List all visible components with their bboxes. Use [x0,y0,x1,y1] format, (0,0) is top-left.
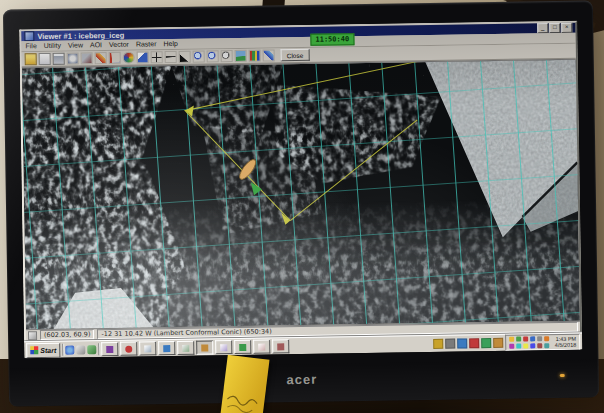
taskbar-tool-icon[interactable] [433,339,443,349]
blue-pen-icon[interactable] [263,49,275,61]
taskbar-window-button[interactable] [215,340,232,354]
close-button[interactable]: Close [281,49,310,61]
taskbar-separator-2 [98,343,99,355]
crosshair-icon[interactable] [151,51,163,63]
taskbar-separator [62,344,63,356]
windows-flag-icon [30,346,38,354]
menu-utility[interactable]: Utility [44,42,61,49]
menu-raster[interactable]: Raster [136,41,157,48]
tray-icon[interactable] [516,343,521,348]
taskbar-tool-icon[interactable] [445,339,455,349]
taskbar-window-button[interactable] [139,341,156,355]
menu-file[interactable]: File [25,42,36,49]
maximize-button[interactable]: □ [549,23,560,33]
taskbar-window-button[interactable] [253,340,270,354]
tray-icon[interactable] [523,343,528,348]
menu-view[interactable]: View [68,42,83,49]
sticky-note-scribble [221,355,270,413]
taskbar-window-button[interactable] [177,341,194,355]
tray-icon[interactable] [523,336,528,341]
tray-icon[interactable] [530,343,535,348]
quicklaunch-desktop-icon[interactable] [76,345,85,354]
viewer-window: Viewer #1 : iceberg_iceg _ □ × File Util… [19,21,582,343]
acer-logo: acer [286,372,317,387]
taskbar-window-button[interactable] [158,341,175,355]
printer-icon[interactable] [53,52,65,64]
quicklaunch-browser-icon[interactable] [65,345,74,354]
dash-line-icon[interactable] [165,51,177,63]
taskbar-window-button-active[interactable] [196,340,213,354]
stamp-icon[interactable] [81,52,93,64]
tray-clock[interactable]: 1:43 PM 4/5/2018 [552,336,577,348]
tray-icon[interactable] [544,336,549,341]
screen: Viewer #1 : iceberg_iceg _ □ × File Util… [19,21,582,359]
acer-monitor: Viewer #1 : iceberg_iceg _ □ × File Util… [3,0,599,406]
measure-icon[interactable] [109,52,121,64]
app-icon [24,31,34,41]
image-display-icon[interactable] [235,50,247,62]
tray-icon[interactable] [509,336,514,341]
status-mode-icon [28,331,37,340]
palette-icon[interactable] [123,51,135,63]
zoom-box-icon[interactable] [207,50,219,62]
start-button[interactable]: Start [26,342,60,358]
redisplay-icon[interactable] [67,52,79,64]
taskbar-window-button[interactable] [272,339,289,353]
system-tray: 1:43 PM 4/5/2018 [505,334,581,351]
close-window-button[interactable]: × [561,23,572,33]
sticky-note [221,355,270,413]
tray-icon[interactable] [509,343,514,348]
tray-icon[interactable] [530,336,535,341]
quicklaunch-app-icon[interactable] [87,345,96,354]
tray-icon[interactable] [537,336,542,341]
minimize-button[interactable]: _ [537,23,548,33]
overlay-clock: 11:50:40 [310,33,354,46]
arrow-tool-icon[interactable] [179,50,191,62]
tray-icon[interactable] [537,343,542,348]
select-pointer-icon[interactable] [137,51,149,63]
menu-vector[interactable]: Vector [109,41,129,48]
tray-icon[interactable] [516,336,521,341]
taskbar-tool-icon[interactable] [469,338,479,348]
cursor-position-readout: (602.03, 60.9) [40,329,95,340]
open-folder-icon[interactable] [25,53,37,65]
power-led[interactable] [560,374,565,377]
new-sheet-icon[interactable] [39,53,51,65]
clock-date: 4/5/2018 [555,342,577,348]
menu-help[interactable]: Help [163,40,178,47]
monitor-bezel-bottom: acer [8,351,599,406]
taskbar-tool-icon[interactable] [481,338,491,348]
band-chart-icon[interactable] [249,49,261,61]
zoom-out-icon[interactable] [221,50,233,62]
taskbar-window-button[interactable] [120,342,137,356]
taskbar-window-button[interactable] [234,340,251,354]
desk-photo-scene: Viewer #1 : iceberg_iceg _ □ × File Util… [0,0,604,413]
taskbar-tool-icon[interactable] [493,338,503,348]
map-canvas-area[interactable] [22,59,580,331]
pencil-icon[interactable] [95,52,107,64]
sar-ice-image[interactable] [22,60,580,330]
screen-glare-mid [22,60,580,330]
taskbar-tool-icon[interactable] [457,338,467,348]
zoom-in-icon[interactable] [193,50,205,62]
tray-icon[interactable] [544,343,549,348]
menu-aoi[interactable]: AOI [90,41,102,48]
taskbar-window-button[interactable] [101,342,118,356]
start-label: Start [40,346,56,353]
